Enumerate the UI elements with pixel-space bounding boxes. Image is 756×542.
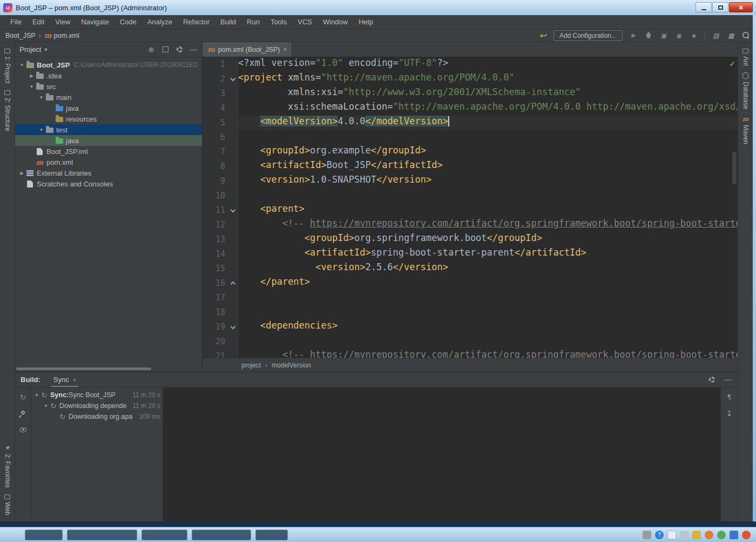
menu-vcs[interactable]: VCS xyxy=(293,16,317,28)
fold-marker-icon[interactable] xyxy=(231,208,236,213)
tree-expand-icon[interactable]: ▼ xyxy=(38,128,45,132)
tree-item-external-libraries[interactable]: ▶External Libraries xyxy=(15,168,202,178)
code-line-4[interactable]: xsi:schemaLocation="http://maven.apache.… xyxy=(238,101,738,116)
hide-panel-icon[interactable]: — xyxy=(189,45,198,54)
menu-analyze[interactable]: Analyze xyxy=(143,16,177,28)
tray-help-icon[interactable] xyxy=(655,531,664,539)
tool-stripe-button-2-favorites[interactable]: 2: Favorites xyxy=(4,445,11,488)
menu-code[interactable]: Code xyxy=(115,16,141,28)
collapse-all-icon[interactable] xyxy=(161,45,170,54)
taskbar-window-button[interactable] xyxy=(67,530,137,540)
code-line-14[interactable]: <artifactId>spring-boot-starter-parent</… xyxy=(238,247,738,262)
pin-icon[interactable] xyxy=(19,409,28,418)
tool-stripe-button-maven[interactable]: mMaven xyxy=(742,116,750,144)
tool-stripe-button-database[interactable]: Database xyxy=(742,72,750,109)
minimize-button[interactable] xyxy=(696,2,712,12)
code-line-20[interactable] xyxy=(238,334,738,349)
editor-breadcrumb-modelversion[interactable]: modelVersion xyxy=(272,362,311,369)
code-line-3[interactable]: xmlns:xsi="http://www.w3.org/2001/XMLSch… xyxy=(238,86,738,101)
tray-app-blue-icon[interactable] xyxy=(730,531,738,539)
menu-run[interactable]: Run xyxy=(242,16,265,28)
code-line-5[interactable]: <modelVersion>4.0.0</modelVersion> xyxy=(238,116,738,130)
code-line-11[interactable]: <parent> xyxy=(238,203,738,218)
tray-volume-icon[interactable] xyxy=(680,531,688,539)
fold-marker-icon[interactable] xyxy=(231,76,236,82)
code-line-7[interactable]: <groupId>org.example</groupId> xyxy=(238,145,738,159)
toolwindows-icon[interactable] xyxy=(712,31,720,40)
fold-marker-icon[interactable] xyxy=(231,282,236,287)
code-line-10[interactable] xyxy=(238,189,738,203)
stop-icon[interactable] xyxy=(690,31,698,40)
taskbar-window-button[interactable] xyxy=(141,530,187,540)
editor-breadcrumb-project[interactable]: project xyxy=(241,362,261,369)
tree-item-java[interactable]: java xyxy=(15,135,202,146)
debug-icon[interactable] xyxy=(644,31,653,40)
code-line-13[interactable]: <groupId>org.springframework.boot</group… xyxy=(238,232,738,247)
inspections-ok-icon[interactable]: ✓ xyxy=(729,59,735,68)
tray-app-orange-icon[interactable] xyxy=(742,531,751,539)
taskbar-window-button[interactable] xyxy=(255,530,288,540)
build-tree-row[interactable]: ↻Downloading org.apa109 ms xyxy=(31,411,163,422)
menu-refactor[interactable]: Refactor xyxy=(178,16,214,28)
code-line-2[interactable]: <project xmlns="http://maven.apache.org/… xyxy=(238,72,738,86)
search-icon[interactable] xyxy=(742,31,751,40)
locate-file-icon[interactable]: ⊕ xyxy=(147,45,156,54)
tab-close-icon[interactable]: × xyxy=(283,46,287,53)
tool-stripe-button-2-structure[interactable]: 2: Structure xyxy=(4,90,11,131)
tree-expand-icon[interactable]: ▼ xyxy=(38,95,45,100)
tray-input-icon[interactable] xyxy=(667,531,676,539)
run-icon[interactable] xyxy=(629,31,638,40)
tree-item-boot-jsp-iml[interactable]: Boot_JSP.iml xyxy=(15,146,202,157)
tool-stripe-button-web[interactable]: Web xyxy=(4,494,11,515)
code-line-19[interactable]: <dependencies> xyxy=(238,320,738,334)
tool-stripe-button-1-project[interactable]: 1: Project xyxy=(4,49,11,84)
tree-expand-icon[interactable]: ▶ xyxy=(18,171,25,176)
coverage-icon[interactable] xyxy=(659,31,668,40)
menu-tools[interactable]: Tools xyxy=(266,16,292,28)
close-button[interactable]: × xyxy=(729,2,753,12)
add-configuration-button[interactable]: Add Configuration... xyxy=(554,30,623,41)
soft-wrap-icon[interactable]: ¶ xyxy=(727,393,731,401)
build-tab-close-icon[interactable]: × xyxy=(73,377,76,383)
editor-code[interactable]: <?xml version="1.0" encoding="UTF-8"?><p… xyxy=(238,57,738,358)
tree-item-idea[interactable]: ▶.idea xyxy=(15,70,202,81)
menu-navigate[interactable]: Navigate xyxy=(76,16,113,28)
code-line-9[interactable]: <version>1.0-SNAPSHOT</version> xyxy=(238,174,738,189)
menu-help[interactable]: Help xyxy=(354,16,378,28)
tree-expand-icon[interactable]: ▼ xyxy=(43,404,49,409)
taskbar-window-button[interactable] xyxy=(192,530,251,540)
tree-item-boot-jsp[interactable]: ▼Boot_JSPC:\Users\Administrator.USER-201… xyxy=(15,59,202,70)
taskbar-window-button[interactable] xyxy=(25,530,63,540)
tree-expand-icon[interactable]: ▼ xyxy=(28,84,35,89)
fold-marker-icon[interactable] xyxy=(231,324,236,330)
code-line-1[interactable]: <?xml version="1.0" encoding="UTF-8"?> xyxy=(238,57,738,72)
settings-gear-icon[interactable] xyxy=(175,45,184,54)
code-editor[interactable]: 123456789101112131415161718192021 <?xml … xyxy=(202,57,738,358)
menu-build[interactable]: Build xyxy=(215,16,241,28)
build-tree-row[interactable]: ▼↻Downloading depende11 m 20 s xyxy=(31,400,163,411)
code-line-15[interactable]: <version>2.5.6</version> xyxy=(238,262,738,276)
tree-item-test[interactable]: ▼test xyxy=(15,124,202,135)
layout-icon[interactable] xyxy=(727,31,735,40)
scroll-to-end-icon[interactable]: ↧ xyxy=(726,410,732,418)
build-console[interactable] xyxy=(163,387,720,521)
tree-item-pom-xml[interactable]: mpom.xml xyxy=(15,157,202,168)
maximize-button[interactable] xyxy=(712,2,728,12)
build-tree-row[interactable]: ▼↻Sync: Sync Boot_JSP11 m 20 s xyxy=(31,390,163,400)
code-line-17[interactable] xyxy=(238,291,738,305)
tray-app-green-icon[interactable] xyxy=(717,531,726,539)
project-panel-title[interactable]: Project xyxy=(19,45,41,53)
breadcrumb-item-pom-xml[interactable]: mpom.xml xyxy=(44,32,79,39)
tray-shield-icon[interactable] xyxy=(705,531,713,539)
code-line-8[interactable]: <artifactId>Boot_JSP</artifactId> xyxy=(238,159,738,174)
tree-expand-icon[interactable]: ▶ xyxy=(28,73,35,78)
menu-file[interactable]: File xyxy=(5,16,26,28)
rerun-sync-icon[interactable]: ↻ xyxy=(19,393,28,402)
tree-item-scratches-and-consoles[interactable]: Scratches and Consoles xyxy=(15,178,202,189)
tree-item-java[interactable]: java xyxy=(15,103,202,113)
tree-item-src[interactable]: ▼src xyxy=(15,81,202,92)
code-line-21[interactable]: <!-- https://mvnrepository.com/artifact/… xyxy=(238,349,738,358)
menu-edit[interactable]: Edit xyxy=(28,16,49,28)
build-settings-gear-icon[interactable] xyxy=(707,376,716,384)
breadcrumb-item-boot-jsp[interactable]: Boot_JSP xyxy=(5,32,36,39)
